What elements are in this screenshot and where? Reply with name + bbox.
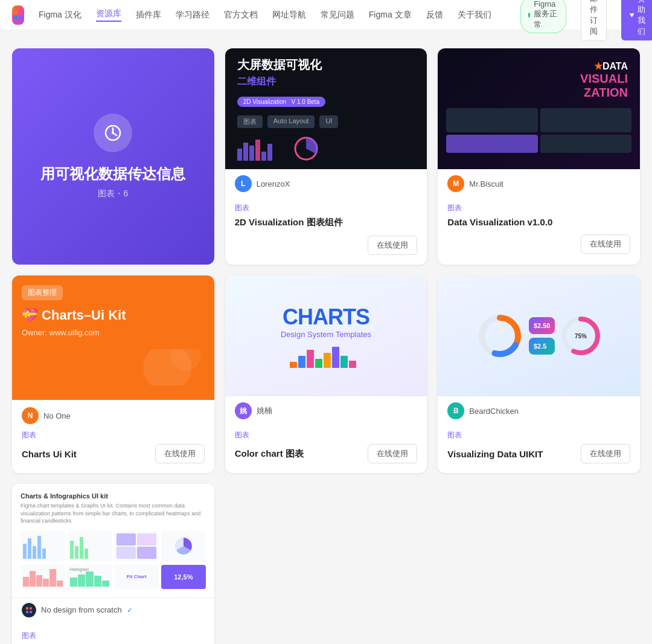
card-data-viz-title: Data Visualization v1.0.0	[447, 217, 630, 227]
use-button-2d-viz[interactable]: 在线使用	[368, 236, 417, 255]
color-chart-text: CHARTS	[283, 304, 369, 330]
orange-card-title: 💝 Charts–Ui Kit	[22, 308, 205, 323]
card-color-chart-body: 图表 Color chart 图表 在线使用	[225, 422, 427, 473]
cards-grid: 用可视化数据传达信息 图表・6 大屏数据可视化 二维组件 2D Visualiz…	[12, 48, 640, 644]
svg-rect-8	[249, 146, 254, 161]
svg-rect-11	[267, 144, 272, 161]
infographic-preview-area: Charts & Infographics UI kit Figma chart…	[12, 484, 214, 597]
svg-rect-9	[255, 140, 260, 161]
figma-charts-tag: 图表	[22, 631, 205, 641]
status-dot	[528, 13, 531, 18]
infographic-sub: Figma chart templates & Graphs UI kit. C…	[21, 502, 206, 525]
nav-about[interactable]: 关于我们	[458, 10, 491, 21]
svg-rect-0	[13, 10, 18, 14]
color-chart-tag: 图表	[235, 430, 418, 440]
card-footer: 在线使用	[235, 236, 418, 255]
service-status: Figma 服务正常	[520, 0, 566, 33]
charts-ui-tag: 图表	[22, 430, 205, 440]
author-name-yaonan: 姚楠	[257, 405, 272, 416]
card-vis-data-image: $2.50 $2.5 75%	[438, 275, 640, 396]
nav-figma[interactable]: Figma 汉化	[39, 10, 82, 21]
vis-data-title: Visualizing Data UIKIT	[447, 449, 543, 459]
card-charts-ui: 图表整理 💝 Charts–Ui Kit Owner: www.uifig.co…	[12, 275, 214, 473]
svg-rect-7	[243, 143, 248, 161]
card-color-chart-image: CHARTS Design System Templates	[225, 275, 427, 396]
hero-subtitle: 图表・6	[98, 188, 128, 199]
nav-faq[interactable]: 常见问题	[321, 10, 354, 21]
no-design-row: No design from scratch ✓	[12, 597, 214, 622]
percentage: 12,5%	[174, 573, 193, 581]
main-content: 用可视化数据传达信息 图表・6 大屏数据可视化 二维组件 2D Visualiz…	[0, 30, 652, 644]
author-avatar-biscuit: M	[447, 175, 464, 192]
support-label: 赞助我们	[638, 0, 645, 37]
nav-feedback[interactable]: 反馈	[426, 10, 443, 21]
author-name-beardchicken: BeardChicken	[469, 407, 519, 416]
color-chart-title: Color chart 图表	[235, 448, 304, 460]
use-button-data-viz[interactable]: 在线使用	[581, 234, 630, 254]
svg-rect-6	[237, 149, 242, 161]
svg-rect-30	[26, 607, 28, 610]
author-avatar-noone: N	[22, 407, 39, 424]
hero-icon	[94, 114, 132, 152]
no-design-label: No design from scratch	[41, 605, 122, 614]
navigation: Figma 汉化 资源库 插件库 学习路径 官方文档 网址导航 常见问题 Fig…	[0, 0, 652, 30]
svg-rect-31	[30, 607, 32, 610]
author-avatar-yaonan: 姚	[235, 402, 252, 419]
svg-rect-15	[290, 362, 297, 368]
card-figma-charts: Charts & Infographics UI kit Figma chart…	[12, 484, 214, 644]
card-tag: 图表	[235, 203, 418, 213]
card-vis-data-body: 图表 Visualizing Data UIKIT 在线使用	[438, 422, 640, 473]
svg-point-5	[112, 132, 114, 134]
svg-rect-16	[298, 356, 305, 368]
author-avatar-beardchicken: B	[447, 402, 464, 419]
nav-articles[interactable]: Figma 文章	[369, 10, 412, 21]
nav-nav[interactable]: 网址导航	[272, 10, 306, 21]
card-figma-charts-body: 图表 Figma Charts Infographics UI kit 在线使用	[12, 622, 214, 644]
nav-plugins[interactable]: 插件库	[136, 10, 161, 21]
hero-title: 用可视化数据传达信息	[40, 164, 185, 184]
status-label: Figma 服务正常	[534, 0, 558, 30]
support-button[interactable]: ♥ 赞助我们	[621, 0, 652, 40]
svg-rect-18	[315, 359, 322, 368]
svg-rect-2	[13, 16, 18, 20]
author-name-biscuit: Mr.Biscuit	[469, 179, 503, 188]
card-color-chart: CHARTS Design System Templates 姚 姚楠	[225, 275, 427, 473]
svg-rect-21	[340, 356, 348, 368]
svg-rect-3	[19, 16, 23, 20]
verified-icon: ✓	[127, 606, 133, 614]
author-name-noone: No One	[43, 411, 71, 420]
svg-rect-33	[30, 611, 32, 613]
use-button-color-chart[interactable]: 在线使用	[368, 444, 417, 463]
svg-rect-1	[19, 10, 23, 14]
card-title: 2D Visualization 图表组件	[235, 217, 418, 228]
card-2d-viz-body: 图表 2D Visualization 图表组件 在线使用	[225, 195, 427, 265]
use-button-vis-data[interactable]: 在线使用	[581, 444, 630, 463]
svg-rect-10	[261, 152, 266, 161]
svg-rect-20	[332, 347, 339, 368]
vis-data-tag: 图表	[447, 430, 630, 440]
card-data-viz-tag: 图表	[447, 203, 630, 213]
nav-learning[interactable]: 学习路径	[176, 10, 209, 21]
no-design-badge	[22, 603, 36, 617]
nav-docs[interactable]: 官方文档	[224, 10, 258, 21]
author-avatar-lorenzox: L	[235, 175, 252, 192]
svg-rect-32	[26, 611, 28, 613]
author-name-lorenzox: LorenzoX	[257, 179, 290, 188]
email-subscribe-button[interactable]: 邮件订阅	[581, 0, 607, 41]
svg-rect-17	[307, 350, 314, 368]
orange-card-sub: Owner: www.uifig.com	[22, 328, 205, 337]
logo[interactable]	[12, 5, 24, 25]
card-data-viz-footer: 在线使用	[447, 234, 630, 254]
card-data-viz-image: ★DATA VISUALIZATION	[438, 48, 640, 169]
use-button-charts-ui[interactable]: 在线使用	[155, 444, 205, 463]
card-vis-data: $2.50 $2.5 75% B BeardChicken 图表 Visuali…	[438, 275, 640, 473]
card-2d-viz-image: 大屏数据可视化 二维组件 2D Visualization V 1.0 Beta…	[225, 48, 427, 169]
charts-ui-title: Charts Ui Kit	[22, 449, 77, 459]
nav-resources[interactable]: 资源库	[96, 8, 121, 22]
svg-rect-22	[349, 361, 356, 368]
card-data-viz-body: 图表 Data Visualization v1.0.0 在线使用	[438, 195, 640, 263]
infographic-title: Charts & Infographics UI kit	[21, 492, 206, 500]
hero-card: 用可视化数据传达信息 图表・6	[12, 48, 214, 265]
svg-rect-19	[324, 353, 331, 368]
card-data-viz: ★DATA VISUALIZATION M Mr.Biscuit 图表	[438, 48, 640, 265]
